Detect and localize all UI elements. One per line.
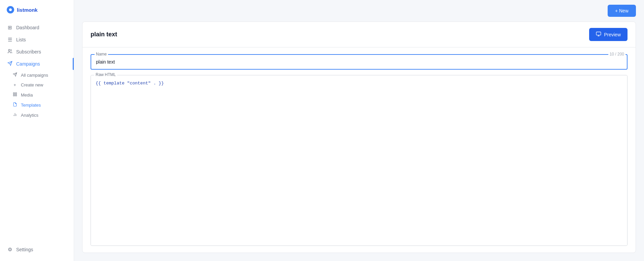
- sidebar-sub-label: Media: [21, 92, 33, 98]
- sidebar-item-media[interactable]: Media: [0, 90, 74, 100]
- svg-rect-4: [13, 95, 14, 96]
- name-input[interactable]: [96, 59, 622, 65]
- subscribers-icon: [7, 49, 13, 55]
- editor-body: Name 10 / 200 Raw HTML {{ template "cont…: [82, 47, 636, 253]
- sidebar-sub-label: All campaigns: [21, 73, 48, 78]
- editor-card: plain text Preview Name 10 / 200: [82, 22, 636, 253]
- editor-header: plain text Preview: [82, 22, 636, 47]
- media-icon: [12, 92, 18, 98]
- settings-icon: ⚙: [7, 247, 13, 253]
- sidebar-item-label: Dashboard: [16, 25, 39, 30]
- sidebar-item-label: Settings: [16, 247, 33, 252]
- svg-rect-3: [15, 95, 16, 96]
- all-campaigns-icon: [12, 72, 18, 78]
- sidebar-item-create-new[interactable]: + Create new: [0, 80, 74, 90]
- preview-icon: [596, 31, 601, 38]
- campaigns-icon: [7, 61, 13, 67]
- sidebar-sub-label: Templates: [21, 103, 41, 108]
- logout-link[interactable]: Logout: [622, 5, 636, 10]
- logo[interactable]: listmonk: [0, 0, 74, 19]
- sidebar-item-all-campaigns[interactable]: All campaigns: [0, 70, 74, 80]
- raw-html-textarea[interactable]: {{ template "content" . }}: [91, 75, 627, 246]
- sidebar-item-analytics[interactable]: Analytics: [0, 110, 74, 120]
- sidebar-item-label: Subscribers: [16, 49, 41, 54]
- svg-rect-1: [13, 93, 14, 94]
- sidebar-item-templates[interactable]: Templates: [0, 100, 74, 110]
- logo-text: listmonk: [17, 7, 38, 13]
- preview-button[interactable]: Preview: [589, 28, 628, 41]
- sidebar-item-subscribers[interactable]: Subscribers: [0, 46, 74, 58]
- header-bar: Logout + New: [74, 0, 644, 22]
- name-field-label: Name: [95, 52, 108, 57]
- logo-icon: [7, 6, 14, 13]
- sidebar-item-label: Lists: [16, 37, 26, 42]
- sidebar-sub-label: Create new: [21, 82, 43, 87]
- sidebar-item-campaigns[interactable]: Campaigns: [0, 58, 74, 70]
- templates-icon: [12, 102, 18, 108]
- main-content: Logout + New plain text Preview: [74, 0, 644, 261]
- sidebar-item-settings[interactable]: ⚙ Settings: [0, 244, 74, 256]
- analytics-icon: [12, 112, 18, 118]
- sidebar-item-dashboard[interactable]: ⊞ Dashboard: [0, 22, 74, 34]
- sidebar-nav: ⊞ Dashboard ☰ Lists Subscribers: [0, 19, 74, 261]
- svg-point-0: [8, 49, 10, 51]
- lists-icon: ☰: [7, 37, 13, 43]
- create-new-icon: +: [12, 82, 18, 87]
- svg-rect-2: [15, 93, 16, 94]
- sidebar-item-label: Campaigns: [16, 61, 40, 67]
- editor-title: plain text: [91, 31, 117, 38]
- dashboard-icon: ⊞: [7, 25, 13, 31]
- name-field-wrapper: Name 10 / 200: [91, 54, 628, 70]
- name-field-counter: 10 / 200: [608, 52, 625, 57]
- content-area: plain text Preview Name 10 / 200: [74, 22, 644, 261]
- preview-button-label: Preview: [604, 32, 621, 37]
- sidebar: listmonk ⊞ Dashboard ☰ Lists Subscribers: [0, 0, 74, 261]
- raw-html-label: Raw HTML: [94, 72, 117, 77]
- raw-html-wrapper: Raw HTML {{ template "content" . }}: [91, 75, 628, 246]
- sidebar-sub-label: Analytics: [21, 113, 38, 118]
- svg-rect-8: [597, 32, 601, 35]
- sidebar-item-lists[interactable]: ☰ Lists: [0, 34, 74, 46]
